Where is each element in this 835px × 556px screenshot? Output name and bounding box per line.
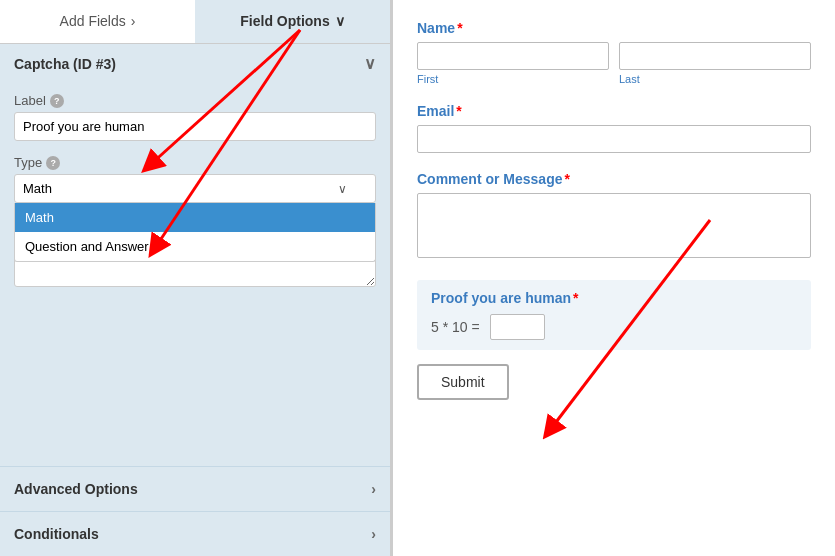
captcha-preview-section: Proof you are human* 5 * 10 = <box>417 280 811 350</box>
dropdown-item-math[interactable]: Math <box>15 203 375 232</box>
advanced-options-label: Advanced Options <box>14 481 138 497</box>
name-required-star: * <box>457 20 462 36</box>
email-required-star: * <box>456 103 461 119</box>
captcha-title: Captcha (ID #3) <box>14 56 116 72</box>
type-selected-value: Math <box>23 181 52 196</box>
captcha-required-star: * <box>573 290 578 306</box>
field-options-chevron: ∨ <box>335 13 345 29</box>
advanced-options-chevron-icon: › <box>371 481 376 497</box>
form-preview: Name* First Last Email* Comment or Messa… <box>390 0 835 556</box>
type-group: Type ? Math ∨ Math Question and Answer <box>14 155 376 203</box>
type-select[interactable]: Math ∨ <box>14 174 376 203</box>
captcha-collapse-icon[interactable]: ∨ <box>364 54 376 73</box>
conditionals-row[interactable]: Conditionals › <box>0 511 390 556</box>
email-input[interactable] <box>417 125 811 153</box>
name-field-group: Name* First Last <box>417 20 811 85</box>
first-name-input[interactable] <box>417 42 609 70</box>
label-group: Label ? <box>14 93 376 141</box>
type-dropdown-menu: Math Question and Answer <box>14 203 376 262</box>
type-field-label: Type <box>14 155 42 170</box>
tab-add-fields[interactable]: Add Fields › <box>0 0 195 43</box>
last-name-input[interactable] <box>619 42 811 70</box>
last-name-wrap: Last <box>619 42 811 85</box>
tab-add-fields-label: Add Fields <box>60 13 126 29</box>
dropdown-item-qa[interactable]: Question and Answer <box>15 232 375 261</box>
captcha-preview-label: Proof you are human <box>431 290 571 306</box>
type-select-wrapper: Math ∨ Math Question and Answer <box>14 174 376 203</box>
conditionals-label: Conditionals <box>14 526 99 542</box>
captcha-equation: 5 * 10 = <box>431 319 480 335</box>
message-field-group: Comment or Message* <box>417 171 811 262</box>
captcha-section-header: Captcha (ID #3) ∨ <box>0 44 390 81</box>
last-name-label: Last <box>619 73 811 85</box>
label-field-label: Label <box>14 93 46 108</box>
captcha-math-row: 5 * 10 = <box>431 314 797 340</box>
message-field-label: Comment or Message <box>417 171 562 187</box>
message-textarea[interactable] <box>417 193 811 258</box>
add-fields-chevron: › <box>131 13 136 29</box>
tab-field-options-label: Field Options <box>240 13 329 29</box>
first-name-wrap: First <box>417 42 609 85</box>
advanced-options-row[interactable]: Advanced Options › <box>0 466 390 511</box>
name-field-label: Name <box>417 20 455 36</box>
email-field-group: Email* <box>417 103 811 153</box>
conditionals-chevron-icon: › <box>371 526 376 542</box>
type-help-icon[interactable]: ? <box>46 156 60 170</box>
submit-label: Submit <box>441 374 485 390</box>
submit-button[interactable]: Submit <box>417 364 509 400</box>
type-chevron-down-icon: ∨ <box>338 182 347 196</box>
first-name-label: First <box>417 73 609 85</box>
captcha-answer-input[interactable] <box>490 314 545 340</box>
message-required-star: * <box>564 171 569 187</box>
email-field-label: Email <box>417 103 454 119</box>
tab-field-options[interactable]: Field Options ∨ <box>195 0 390 43</box>
label-help-icon[interactable]: ? <box>50 94 64 108</box>
label-input[interactable] <box>14 112 376 141</box>
